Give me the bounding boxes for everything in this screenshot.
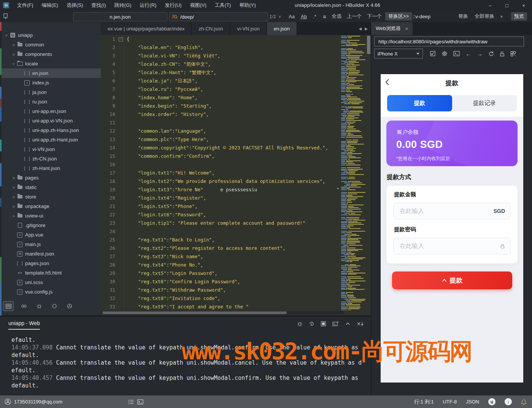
- search-view-icon[interactable]: [19, 302, 29, 311]
- code-line[interactable]: 15 "common.confirm":"Confirm",: [101, 152, 371, 160]
- menu-item[interactable]: 运行(R): [135, 0, 160, 11]
- menu-item[interactable]: 帮助(Y): [235, 0, 260, 11]
- menu-item[interactable]: 选择(S): [62, 0, 87, 11]
- console-terminal-icon[interactable]: [453, 51, 460, 56]
- tree-item[interactable]: >Jvue.config.js: [0, 287, 101, 297]
- code-line[interactable]: 33 "reg.txt9":"I accept and agree to the…: [101, 303, 371, 311]
- withdraw-submit-button[interactable]: 提款: [392, 271, 512, 289]
- menu-item[interactable]: 发行(U): [160, 0, 186, 11]
- tree-item[interactable]: >⚙manifest.json: [0, 249, 101, 259]
- preview-toggle-button[interactable]: 预览: [511, 12, 527, 21]
- editor-tab[interactable]: ex.vue | uniapp/pages/tabbar/index: [101, 22, 192, 35]
- cursor-col[interactable]: 列:1: [425, 399, 434, 405]
- tree-chevron-icon[interactable]: >: [11, 185, 16, 190]
- password-input[interactable]: [399, 242, 500, 250]
- replace-all-button[interactable]: 全部替换: [475, 11, 494, 22]
- terminal-icon[interactable]: [137, 399, 143, 405]
- code-line[interactable]: 1–{: [101, 35, 371, 43]
- replace-input[interactable]: ::v-deep: [413, 11, 430, 22]
- debug-view-icon[interactable]: [34, 302, 44, 311]
- outline-icon[interactable]: [128, 399, 134, 405]
- forward-icon[interactable]: →: [477, 51, 483, 57]
- tree-chevron-icon[interactable]: >: [4, 33, 9, 38]
- horizontal-scrollbar[interactable]: [101, 311, 344, 314]
- tree-chevron-icon[interactable]: >: [11, 204, 16, 209]
- refresh-icon[interactable]: [488, 51, 494, 57]
- code-line[interactable]: 20 "login.txt4":"Register",: [101, 194, 371, 202]
- code-line[interactable]: 27 "reg.txt3":"Nick name",: [101, 252, 371, 261]
- chevron-down-icon[interactable]: ∨: [278, 14, 281, 19]
- code-line[interactable]: 25 "reg.txt1":"Back to Login",: [101, 236, 371, 244]
- restart-icon[interactable]: [309, 321, 314, 327]
- code-line[interactable]: 5 "locale.zh-Hant": "繁體中文",: [101, 68, 371, 77]
- console-tab[interactable]: uniapp - Web: [8, 320, 40, 330]
- menu-item[interactable]: 工具(T): [211, 0, 235, 11]
- tree-item[interactable]: >[ ]ru.json: [0, 97, 101, 106]
- tree-chevron-icon[interactable]: >: [11, 214, 16, 218]
- code-line[interactable]: 31 "reg.txt7":"Withdraw Password",: [101, 286, 371, 294]
- tree-item[interactable]: >[ ]vi-VN.json: [0, 144, 101, 154]
- tab-scroll-arrows[interactable]: ◀▶: [356, 22, 371, 35]
- back-icon[interactable]: ←: [465, 51, 471, 57]
- code-line[interactable]: 26 "reg.txt2":"Please register to access…: [101, 244, 371, 252]
- tree-item[interactable]: >[ ]uni-app.en.json: [0, 106, 101, 116]
- tree-item[interactable]: >store: [0, 192, 101, 202]
- tab-withdraw-history[interactable]: 提款记录: [452, 95, 517, 111]
- code-line[interactable]: 7 "locale.ru": "Русский",: [101, 85, 371, 94]
- new-terminal-icon[interactable]: [332, 321, 339, 327]
- tab-scroll-right-icon[interactable]: ▶: [365, 27, 368, 31]
- find-next-button[interactable]: 下一个: [367, 11, 382, 22]
- tree-item[interactable]: >[ ]uni-app.vi-VN.json: [0, 116, 101, 125]
- tab-scroll-left-icon[interactable]: ◀: [359, 27, 362, 31]
- filetype-label[interactable]: JSON: [466, 399, 479, 405]
- filter-lines-icon[interactable]: ≡: [320, 11, 329, 22]
- history-view-icon[interactable]: [49, 302, 59, 311]
- tree-chevron-icon[interactable]: >: [11, 176, 16, 180]
- debug-icon[interactable]: [297, 321, 303, 327]
- tree-chevron-icon[interactable]: >: [11, 43, 16, 47]
- tree-item[interactable]: >static: [0, 183, 101, 192]
- match-case-toggle[interactable]: Aa: [286, 11, 297, 22]
- code-line[interactable]: 13 "common.plc":"Type Here",: [101, 135, 371, 144]
- tree-item[interactable]: >[ ]zh-CN.json: [0, 154, 101, 164]
- code-line[interactable]: 24: [101, 227, 371, 236]
- code-line[interactable]: 12 "common.lan":"Language",: [101, 127, 371, 135]
- browser-tab[interactable]: Web浏览器 ×: [371, 22, 413, 35]
- amount-input[interactable]: [399, 207, 494, 215]
- editor-tab[interactable]: vi-VN.json: [230, 22, 267, 35]
- code-line[interactable]: 8 "index.home": "Home",: [101, 94, 371, 102]
- device-select[interactable]: iPhone X: [374, 49, 423, 59]
- tree-item[interactable]: >[ ]ja.json: [0, 87, 101, 97]
- code-line[interactable]: 14 "common.copyright":"Copyright © 2023 …: [101, 144, 371, 152]
- tree-item[interactable]: >Jindex.js: [0, 78, 101, 87]
- code-line[interactable]: 29 "reg.txt5":"Login Password",: [101, 269, 371, 278]
- tree-item[interactable]: >uview-ui: [0, 211, 101, 221]
- tree-item[interactable]: >VApp.vue: [0, 230, 101, 240]
- code-line[interactable]: 28 "reg.txt4":"Phone No.",: [101, 261, 371, 269]
- code-line[interactable]: 17 "login.txt1":"Hi! Welcome",: [101, 169, 371, 177]
- fold-icon[interactable]: –: [119, 37, 123, 41]
- maximize-button[interactable]: □: [499, 0, 515, 11]
- whole-word-toggle[interactable]: Ab: [298, 11, 310, 22]
- replace-button[interactable]: 替换: [458, 11, 468, 22]
- tree-item[interactable]: >pages: [0, 173, 101, 183]
- code-editor[interactable]: 1–{2 "locale.en": "English",3 "locale.vi…: [101, 35, 371, 316]
- clear-console-icon[interactable]: [357, 321, 364, 327]
- open-external-icon[interactable]: [430, 51, 436, 57]
- url-input[interactable]: [375, 39, 524, 44]
- collapse-panel-icon[interactable]: [345, 321, 351, 327]
- replace-zone-button[interactable]: 替换区>>: [385, 12, 412, 21]
- code-line[interactable]: 22 "login.txt6":"Password",: [101, 211, 371, 219]
- close-search-button[interactable]: ×: [500, 11, 503, 22]
- account-email[interactable]: 1735031199@qq.com: [14, 399, 62, 405]
- menu-item[interactable]: 文件(F): [13, 0, 38, 11]
- qr-code-icon[interactable]: [510, 51, 516, 57]
- regex-toggle[interactable]: .*: [310, 11, 319, 22]
- code-line[interactable]: 30 "reg.txt6":"Confirm Login Password",: [101, 278, 371, 286]
- code-line[interactable]: 23 "login.tip1": "Please enter complete …: [101, 219, 371, 227]
- tree-item[interactable]: >[ ]zh-Hant.json: [0, 164, 101, 173]
- tree-item[interactable]: >common: [0, 40, 101, 49]
- menu-item[interactable]: 查找(I): [87, 0, 110, 11]
- find-prev-button[interactable]: 上一个: [347, 11, 362, 22]
- find-input[interactable]: [73, 14, 167, 20]
